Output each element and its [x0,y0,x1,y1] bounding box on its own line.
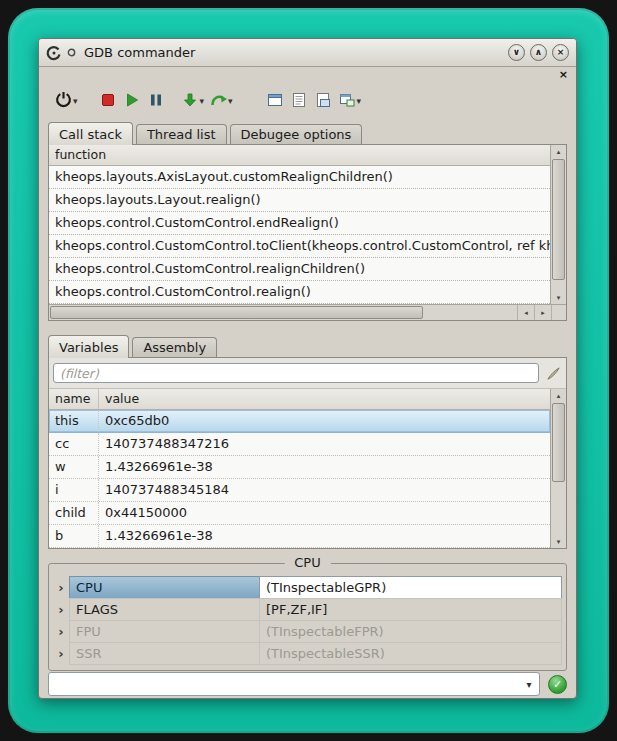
desktop-background: GDB commander ∨ ∧ × × ▾ [0,0,617,741]
run-button[interactable] [120,88,144,114]
scroll-up-icon[interactable]: ▴ [551,145,566,158]
power-button[interactable] [51,88,75,114]
top-tabbar: Call stack Thread list Debugee options [39,120,576,144]
scrollbar-track[interactable] [551,402,566,535]
variable-value: 1.43266961e-38 [99,456,550,478]
command-combobox[interactable]: ▾ [48,672,540,696]
column-header-name[interactable]: name [49,389,99,409]
scrollbar-thumb[interactable] [50,306,423,319]
scroll-up-icon[interactable]: ▴ [551,389,566,402]
expander-icon[interactable]: › [53,620,69,643]
register-group-value: (TInspectableFPR) [259,620,562,643]
stop-button[interactable] [96,88,120,114]
callstack-column-header[interactable]: function [49,145,550,166]
show-memory-button[interactable] [311,88,335,114]
callstack-row[interactable]: kheops.layouts.AxisLayout.customRealignC… [49,166,550,189]
expander-icon[interactable]: › [53,576,69,599]
stop-icon [100,92,116,111]
variable-name: child [49,502,99,524]
power-menu-arrow-icon[interactable]: ▾ [73,96,78,106]
tab-call-stack[interactable]: Call stack [48,122,133,145]
step-into-menu-arrow-icon[interactable]: ▾ [200,96,205,106]
pause-button[interactable] [144,88,168,114]
variable-value: 140737488345184 [99,479,550,501]
scrollbar-thumb[interactable] [552,403,565,482]
submit-command-button[interactable]: ✓ [548,675,567,694]
register-group-name: FPU [69,620,259,643]
callstack-list: kheops.layouts.AxisLayout.customRealignC… [49,166,550,304]
run-icon [124,92,140,111]
form-icon [267,92,283,111]
scrollbar-corner [551,305,566,320]
variable-row[interactable]: b 1.43266961e-38 [49,525,550,548]
scroll-left-icon[interactable]: ◂ [517,305,534,320]
tab-debugee-options[interactable]: Debugee options [230,124,363,144]
scroll-right-icon[interactable]: ▸ [534,305,551,320]
cpu-register-row[interactable]: › SSR (TInspectableSSR) [53,642,562,665]
show-log-button[interactable] [287,88,311,114]
cpu-register-row[interactable]: › FPU (TInspectableFPR) [53,620,562,643]
tab-assembly[interactable]: Assembly [132,337,217,357]
titlebar[interactable]: GDB commander ∨ ∧ × [39,39,576,67]
expander-icon[interactable]: › [53,642,69,665]
tab-thread-list[interactable]: Thread list [136,124,227,144]
callstack-horizontal-scrollbar[interactable]: ◂ ▸ [49,304,566,320]
variable-row[interactable]: w 1.43266961e-38 [49,456,550,479]
variable-name: cc [49,433,99,455]
command-row: ▾ ✓ [48,671,567,697]
scroll-down-icon[interactable]: ▾ [551,535,566,548]
cpu-register-row[interactable]: › FLAGS [PF,ZF,IF] [53,598,562,621]
combobox-arrow-icon[interactable]: ▾ [519,679,539,690]
register-group-value[interactable]: (TInspectableGPR) [259,576,562,599]
show-watch-button[interactable] [335,88,359,114]
middle-tabbar: Variables Assembly [39,333,576,357]
variable-name: this [49,410,99,432]
callstack-row[interactable]: kheops.control.CustomControl.realign() [49,281,550,304]
watch-icon [339,92,355,111]
filter-input[interactable] [53,363,539,383]
step-into-button[interactable] [178,88,202,114]
pause-icon [148,92,164,111]
variables-vertical-scrollbar[interactable]: ▴ ▾ [550,389,566,548]
scrollbar-thumb[interactable] [552,159,565,280]
callstack-row[interactable]: kheops.layouts.Layout.realign() [49,189,550,212]
callstack-row[interactable]: kheops.control.CustomControl.realignChil… [49,258,550,281]
show-form-button[interactable] [263,88,287,114]
chevron-up-icon: ∧ [535,48,542,57]
tab-variables[interactable]: Variables [48,335,129,358]
power-icon [55,91,72,111]
register-group-name: FLAGS [69,598,259,621]
expander-icon[interactable]: › [53,598,69,621]
clear-filter-icon[interactable] [544,366,562,381]
column-header-value[interactable]: value [99,389,550,409]
cpu-groupbox: CPU › CPU (TInspectableGPR) › FLAGS [PF,… [48,563,567,671]
gdb-commander-window: GDB commander ∨ ∧ × × ▾ [38,38,577,699]
step-over-menu-arrow-icon[interactable]: ▾ [228,96,233,106]
callstack-row[interactable]: kheops.control.CustomControl.toClient(kh… [49,235,550,258]
dock-close-button[interactable]: × [559,69,568,80]
callstack-vertical-scrollbar[interactable]: ▴ ▾ [550,145,566,304]
variable-value: 140737488347216 [99,433,550,455]
watch-menu-arrow-icon[interactable]: ▾ [357,96,362,106]
register-group-name: CPU [69,576,259,599]
scroll-down-icon[interactable]: ▾ [551,291,566,304]
scrollbar-track[interactable] [551,158,566,291]
callstack-row[interactable]: kheops.control.CustomControl.endRealign(… [49,212,550,235]
debug-toolbar: ▾ ▾ ▾ [39,82,576,120]
variable-name: i [49,479,99,501]
app-badge-icon [67,48,76,57]
variable-row[interactable]: this 0xc65db0 [49,410,550,433]
roll-up-button[interactable]: ∧ [530,44,547,61]
variable-row[interactable]: i 140737488345184 [49,479,550,502]
variable-name: w [49,456,99,478]
variable-row[interactable]: child 0x44150000 [49,502,550,525]
close-window-button[interactable]: × [552,44,569,61]
cpu-groupbox-title: CPU [284,555,330,570]
roll-down-button[interactable]: ∨ [508,44,525,61]
register-group-value: (TInspectableSSR) [259,642,562,665]
variables-header: name value [49,389,550,410]
scrollbar-track[interactable] [49,305,517,320]
step-over-button[interactable] [206,88,230,114]
cpu-register-row[interactable]: › CPU (TInspectableGPR) [53,576,562,599]
variable-row[interactable]: cc 140737488347216 [49,433,550,456]
